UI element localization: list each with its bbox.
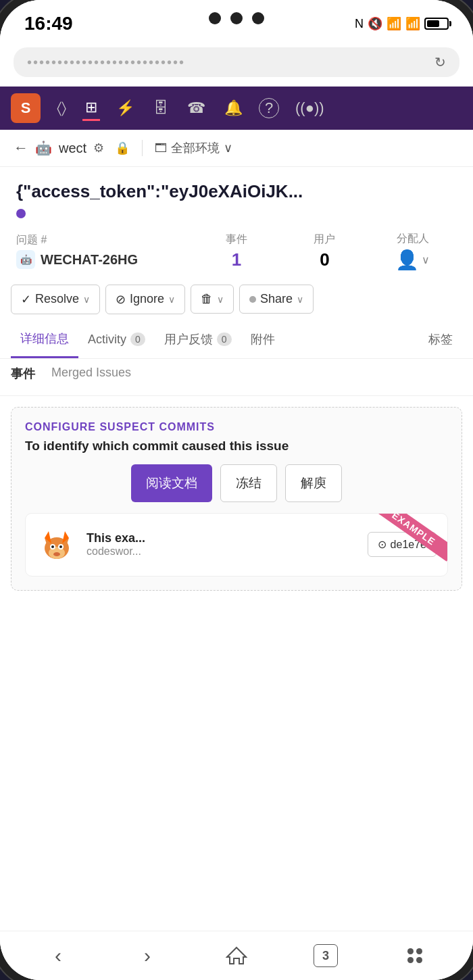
nav-radio-icon[interactable]: ((●)) [293,97,327,120]
sub-tab-merged[interactable]: Merged Issues [51,366,131,385]
camera-dot-2 [230,12,243,24]
event-label: 事件 [226,232,247,247]
read-docs-button[interactable]: 阅读文档 [131,464,212,502]
nav-lightning-icon[interactable]: ⚡ [114,97,137,120]
status-icons: N 🔇 📶 📶 [355,16,449,31]
nav-storage-icon[interactable]: 🗄 [151,97,171,120]
nav-code-icon[interactable]: 〈〉 [54,97,69,120]
assignee-section: 分配人 👤 ∨ [369,232,457,271]
share-caret-icon: ∨ [297,294,303,305]
section-divider [0,395,473,396]
content-area: ← 🤖 wect ⚙ 🔒 🗔 全部环境 ∨ {"access_token":"e… [0,130,473,931]
nav-menu-button[interactable] [398,942,432,969]
issue-title: {"access_token":"eyJ0eXAiOiJK... [16,180,457,203]
settings-icon[interactable]: ⚙ [93,141,104,155]
env-label: 全部环境 [171,140,220,156]
nav-forward-button[interactable]: › [130,942,164,969]
env-window-icon: 🗔 [155,141,167,155]
unfreeze-button[interactable]: 解庾 [285,464,342,502]
home-icon [226,945,247,966]
nav-logo[interactable]: S [11,93,41,123]
user-count-section: 用户 0 [280,232,368,270]
tab-activity-badge: 0 [130,333,145,346]
env-chevron-icon: ∨ [224,141,232,155]
env-selector[interactable]: 🗔 全部环境 ∨ [155,140,232,156]
issue-header: {"access_token":"eyJ0eXAiOiJK... [0,167,473,225]
camera-dot-3 [252,12,264,24]
nav-home-button[interactable] [220,942,253,969]
github-icon: ⊙ [378,538,387,551]
action-buttons: ✓ Resolve ∨ ⊘ Ignore ∨ 🗑 ∨ Share ∨ [0,278,473,321]
commits-buttons: 阅读文档 冻结 解庾 [25,464,448,502]
svg-point-8 [51,545,54,548]
event-count: 1 [232,249,241,270]
nav-issues-icon[interactable]: ⊞ [82,96,100,121]
tab-count: 3 [314,944,338,967]
freeze-button[interactable]: 冻结 [220,464,277,502]
nav-tabs-button[interactable]: 3 [309,942,343,969]
tab-detail-label: 详细信息 [20,330,69,347]
issue-id-section: 问题 # 🤖 WECHAT-26HG [16,233,193,269]
issue-id-text: WECHAT-26HG [41,252,138,268]
camera-dot-1 [209,12,221,24]
assignee-chevron[interactable]: ∨ [422,253,430,266]
refresh-icon[interactable]: ↻ [434,54,446,70]
commit-sub: codeswor... [86,545,358,558]
tab-attachment-label: 附件 [251,331,275,347]
issue-status-dot [16,209,26,218]
tab-tags[interactable]: 标签 [419,321,462,358]
event-count-section: 事件 1 [193,232,280,270]
svg-point-10 [53,552,60,556]
resolve-check-icon: ✓ [21,292,31,307]
battery-fill [427,20,439,27]
dot-2 [416,948,422,954]
sub-tabs: 事件 Merged Issues [0,359,473,391]
project-badge-icon: 🤖 [16,250,35,269]
commits-desc: To identify which commit caused this iss… [25,439,448,454]
lock-icon[interactable]: 🔒 [115,141,130,155]
tab-feedback[interactable]: 用户反馈 0 [155,321,241,358]
commit-info: This exa... codeswor... [86,531,358,558]
issue-meta: 问题 # 🤖 WECHAT-26HG 事件 1 用户 0 分配人 [0,225,473,278]
delete-icon: 🗑 [201,292,213,306]
status-bar: 16:49 N 🔇 📶 📶 [0,0,473,41]
share-dot-icon [249,296,256,303]
assignee-label: 分配人 [397,232,429,246]
browser-bar: •••••••••••••••••••••••••• ↻ [0,41,473,87]
issue-id-row: 🤖 WECHAT-26HG [16,250,138,269]
tabs-bar: 详细信息 Activity 0 用户反馈 0 附件 标签 [0,321,473,359]
tab-detail[interactable]: 详细信息 [11,321,78,358]
tab-activity[interactable]: Activity 0 [78,321,155,358]
project-name: wect [59,141,86,156]
tab-feedback-badge: 0 [217,333,232,346]
tab-attachment[interactable]: 附件 [241,321,284,358]
back-button[interactable]: ← [14,139,28,157]
battery-icon [424,18,449,30]
resolve-button[interactable]: ✓ Resolve ∨ [11,285,100,314]
dot-3 [407,957,414,963]
ignore-button[interactable]: ⊘ Ignore ∨ [105,285,185,314]
user-label: 用户 [314,232,335,247]
grid-menu-icon [407,948,422,963]
url-bar[interactable]: •••••••••••••••••••••••••• ↻ [14,47,459,77]
dot-1 [407,948,414,954]
nav-phone-icon[interactable]: ☎ [184,97,208,120]
resolve-caret-icon: ∨ [83,294,90,305]
status-time: 16:49 [24,13,73,34]
share-button[interactable]: Share ∨ [239,285,314,314]
user-count: 0 [320,249,329,270]
mute-icon: 🔇 [368,16,382,31]
nav-help-icon[interactable]: ? [259,98,279,118]
tab-feedback-label: 用户反馈 [164,331,213,347]
delete-button[interactable]: 🗑 ∨ [191,285,234,314]
svg-point-9 [59,545,62,548]
share-label: Share [260,292,293,306]
nfc-icon: N [355,17,364,31]
nav-back-button[interactable]: ‹ [41,942,75,969]
nav-alert-icon[interactable]: 🔔 [222,97,245,120]
sub-tab-events[interactable]: 事件 [11,366,35,385]
assignee-avatar-icon[interactable]: 👤 [395,249,419,271]
commits-title: CONFIGURE SUSPECT COMMITS [25,421,448,433]
signal-icon: 📶 [405,16,420,31]
phone-inner: 16:49 N 🔇 📶 📶 •••••••••••••••••••••••••• [0,0,473,980]
